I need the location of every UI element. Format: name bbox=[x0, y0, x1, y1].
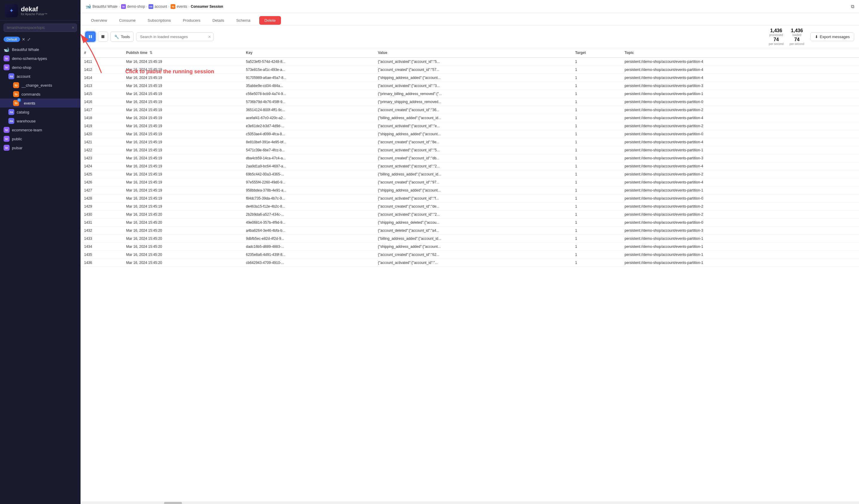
cell-topic: persistent://demo-shop/account/events-pa… bbox=[621, 219, 859, 227]
cell-num: 1436 bbox=[80, 259, 123, 267]
cell-num: 1431 bbox=[80, 219, 123, 227]
table-row[interactable]: 1422 Mar 16, 2024 15:45:19 5471c39e-6be7… bbox=[80, 146, 859, 154]
table-row[interactable]: 1412 Mar 16, 2024 15:45:19 573e815e-af1c… bbox=[80, 66, 859, 74]
table-row[interactable]: 1430 Mar 16, 2024 15:45:20 2b2b9da6-a527… bbox=[80, 210, 859, 219]
sidebar-item-commands[interactable]: to commands bbox=[0, 90, 80, 99]
loaded-per-second-label: per second bbox=[789, 42, 804, 46]
tools-button[interactable]: 🔧 Tools bbox=[110, 32, 134, 42]
tab-subscriptions[interactable]: Subscriptions bbox=[142, 15, 177, 25]
sidebar-item-label: demo-shop bbox=[12, 65, 31, 70]
cell-topic: persistent://demo-shop/account/events-pa… bbox=[621, 162, 859, 170]
tab-schema[interactable]: Schema bbox=[230, 15, 256, 25]
table-row[interactable]: 1429 Mar 16, 2024 15:45:19 de463a15-f12e… bbox=[80, 203, 859, 210]
table-row[interactable]: 1432 Mar 16, 2024 15:45:20 a4ba6264-3e46… bbox=[80, 227, 859, 235]
table-row[interactable]: 1434 Mar 16, 2024 15:45:20 dadc16b5-d889… bbox=[80, 243, 859, 251]
sidebar-search-input[interactable] bbox=[3, 23, 77, 32]
cell-topic: persistent://demo-shop/account/events-pa… bbox=[621, 259, 859, 267]
cell-target: 1 bbox=[571, 130, 621, 138]
cell-time: Mar 16, 2024 15:45:19 bbox=[123, 106, 242, 114]
table-row[interactable]: 1421 Mar 16, 2024 15:45:19 8e810bef-391e… bbox=[80, 138, 859, 146]
stop-button[interactable] bbox=[98, 32, 108, 42]
cell-target: 1 bbox=[571, 58, 621, 66]
cell-time: Mar 16, 2024 15:45:19 bbox=[123, 194, 242, 203]
table-row[interactable]: 1428 Mar 16, 2024 15:45:19 f84dc735-39da… bbox=[80, 194, 859, 203]
sidebar-item-label: commands bbox=[21, 92, 41, 96]
sidebar-item-pulsar[interactable]: te pulsar bbox=[0, 143, 80, 152]
cell-time: Mar 16, 2024 15:45:19 bbox=[123, 154, 242, 162]
sidebar-item-ecommerce-team[interactable]: te ecommerce-team bbox=[0, 125, 80, 134]
export-messages-button[interactable]: ⬇ Export messages bbox=[810, 32, 854, 41]
search-clear-icon[interactable]: ✕ bbox=[208, 34, 211, 39]
cell-key: c5053ae4-d099-4fca-8... bbox=[242, 130, 374, 138]
cell-target: 1 bbox=[571, 146, 621, 154]
window-action-btn[interactable]: ⧉ bbox=[851, 4, 854, 9]
table-row[interactable]: 1425 Mar 16, 2024 15:45:19 69b5c442-00a3… bbox=[80, 170, 859, 178]
table-row[interactable]: 1424 Mar 16, 2024 15:45:19 2aa9d1a9-bc64… bbox=[80, 162, 859, 170]
cell-topic: persistent://demo-shop/account/events-pa… bbox=[621, 203, 859, 210]
tab-delete[interactable]: Delete bbox=[259, 16, 281, 25]
per-second-label: per second bbox=[769, 42, 784, 46]
message-search-input[interactable] bbox=[136, 32, 213, 41]
filter-expand-icon[interactable]: ⤢ bbox=[27, 37, 31, 42]
sidebar-item-account[interactable]: ns account bbox=[0, 72, 80, 81]
whale-icon: 🐋 bbox=[3, 46, 10, 52]
table-row[interactable]: 1414 Mar 16, 2024 15:45:19 91705989-a6ae… bbox=[80, 74, 859, 82]
pause-button[interactable] bbox=[85, 32, 95, 42]
table-row[interactable]: 1436 Mar 16, 2024 15:45:20 cb642943-4709… bbox=[80, 259, 859, 267]
sidebar-item-warehouse[interactable]: ns warehouse bbox=[0, 116, 80, 125]
bc-item-whale: 🐋 Beautiful Whale bbox=[85, 3, 118, 9]
sidebar-item-demo-shop[interactable]: te demo-shop bbox=[0, 63, 80, 72]
table-row[interactable]: 1427 Mar 16, 2024 15:45:19 958bbdea-378b… bbox=[80, 187, 859, 194]
cell-target: 1 bbox=[571, 106, 621, 114]
export-label: Export messages bbox=[820, 34, 850, 39]
cell-time: Mar 16, 2024 15:45:20 bbox=[123, 259, 242, 267]
table-row[interactable]: 1423 Mar 16, 2024 15:45:19 dba4cb59-14ca… bbox=[80, 154, 859, 162]
table-row[interactable]: 1431 Mar 16, 2024 15:45:20 49e06814-357b… bbox=[80, 219, 859, 227]
cell-time: Mar 16, 2024 15:45:19 bbox=[123, 146, 242, 154]
tab-consume[interactable]: Consume bbox=[113, 15, 141, 25]
filter-close-icon[interactable]: ✕ bbox=[22, 37, 25, 42]
table-row[interactable]: 1415 Mar 16, 2024 15:45:19 c56e5078-bcb9… bbox=[80, 90, 859, 98]
sidebar-item-label: warehouse bbox=[17, 119, 36, 123]
table-row[interactable]: 1419 Mar 16, 2024 15:45:19 e3e61de2-b3d7… bbox=[80, 122, 859, 130]
tab-producers[interactable]: Producers bbox=[177, 15, 206, 25]
sidebar-item-beautiful-whale[interactable]: 🐋 Beautiful Whale bbox=[0, 45, 80, 54]
sidebar-search-clear-icon[interactable]: ✕ bbox=[72, 26, 75, 30]
tab-overview[interactable]: Overview bbox=[85, 15, 113, 25]
cell-time: Mar 16, 2024 15:45:19 bbox=[123, 162, 242, 170]
cell-num: 1430 bbox=[80, 210, 123, 219]
table-row[interactable]: 1426 Mar 16, 2024 15:45:19 97e555f4-2260… bbox=[80, 178, 859, 187]
default-filter-btn[interactable]: Default bbox=[3, 37, 20, 42]
cell-target: 1 bbox=[571, 170, 621, 178]
table-row[interactable]: 1418 Mar 16, 2024 15:45:19 acefaf41-67c0… bbox=[80, 114, 859, 122]
tab-details[interactable]: Details bbox=[207, 15, 230, 25]
cell-time: Mar 16, 2024 15:45:20 bbox=[123, 235, 242, 243]
cell-time: Mar 16, 2024 15:45:19 bbox=[123, 187, 242, 194]
cell-topic: persistent://demo-shop/account/events-pa… bbox=[621, 90, 859, 98]
sidebar-item-events[interactable]: P to events bbox=[0, 99, 80, 108]
sidebar-item-demo-schema-types[interactable]: te demo-schema-types bbox=[0, 54, 80, 63]
toolbar: 🔧 Tools ✕ 1,436 processed 74 per second … bbox=[80, 25, 859, 48]
table-row[interactable]: 1435 Mar 16, 2024 15:45:20 6235e8a6-4d91… bbox=[80, 251, 859, 259]
table-body: 1411 Mar 16, 2024 15:45:19 5a523ef0-574d… bbox=[80, 58, 859, 267]
cell-value: {"account_created":{"account_id":"57... bbox=[374, 66, 571, 74]
cell-key: 2aa9d1a9-bc64-4697-a... bbox=[242, 162, 374, 170]
cell-num: 1432 bbox=[80, 227, 123, 235]
sidebar: dekaf for Apache Pulsar™ ✕ Default ✕ ⤢ 🐋… bbox=[0, 0, 80, 504]
ns-icon: ns bbox=[149, 4, 153, 9]
table-row[interactable]: 1413 Mar 16, 2024 15:45:19 35abbe9e-cd34… bbox=[80, 82, 859, 90]
cell-target: 1 bbox=[571, 203, 621, 210]
sidebar-item-public[interactable]: te public bbox=[0, 134, 80, 143]
sidebar-item-label: public bbox=[12, 137, 22, 141]
horizontal-scrollbar[interactable] bbox=[80, 502, 859, 504]
table-row[interactable]: 1411 Mar 16, 2024 15:45:19 5a523ef0-574d… bbox=[80, 58, 859, 66]
table-row[interactable]: 1416 Mar 16, 2024 15:45:19 5736b79d-4b76… bbox=[80, 98, 859, 106]
sidebar-item-change-events[interactable]: to __change_events bbox=[0, 81, 80, 90]
table-row[interactable]: 1417 Mar 16, 2024 15:45:19 36514124-800f… bbox=[80, 106, 859, 114]
table-row[interactable]: 1420 Mar 16, 2024 15:45:19 c5053ae4-d099… bbox=[80, 130, 859, 138]
table-row[interactable]: 1433 Mar 16, 2024 15:45:20 9dbfb5ec-e82d… bbox=[80, 235, 859, 243]
sidebar-item-catalog[interactable]: ns catalog bbox=[0, 108, 80, 116]
scrollbar-thumb[interactable] bbox=[164, 502, 182, 504]
processed-num: 1,436 bbox=[770, 28, 782, 33]
cell-num: 1434 bbox=[80, 243, 123, 251]
